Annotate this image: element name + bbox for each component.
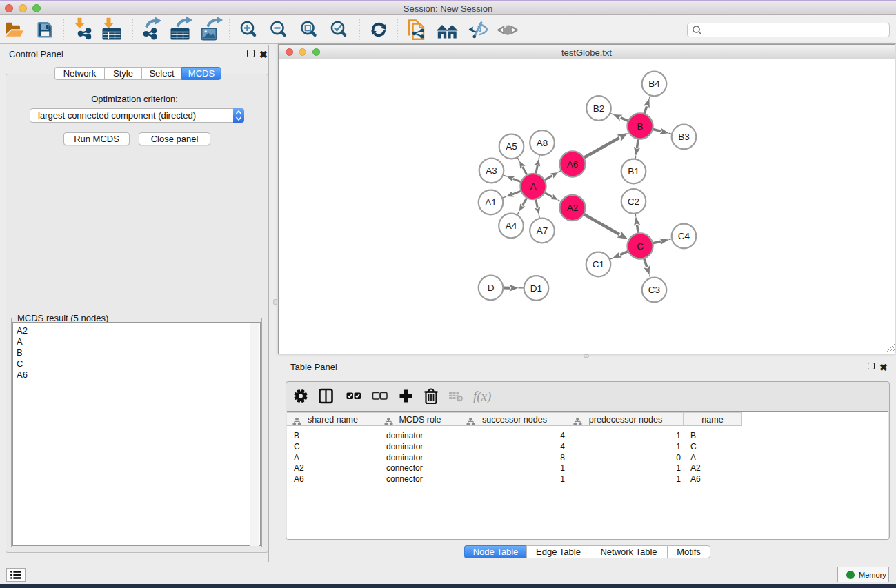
svg-text:A8: A8 <box>536 137 548 148</box>
svg-text:D: D <box>487 283 494 293</box>
svg-text:D1: D1 <box>530 283 541 293</box>
svg-text:B: B <box>637 121 643 131</box>
svg-text:f(x): f(x) <box>473 389 491 404</box>
svg-text:A2: A2 <box>566 203 578 213</box>
svg-text:A4: A4 <box>505 221 517 231</box>
svg-text:B2: B2 <box>593 103 604 113</box>
svg-text:A5: A5 <box>506 141 517 152</box>
svg-text:C: C <box>637 241 644 251</box>
svg-text:A: A <box>530 181 536 192</box>
svg-text:B1: B1 <box>628 166 639 176</box>
svg-text:C2: C2 <box>627 196 639 206</box>
svg-text:B3: B3 <box>678 132 690 142</box>
svg-text:B4: B4 <box>648 79 660 89</box>
svg-text:A7: A7 <box>536 225 548 236</box>
svg-text:A6: A6 <box>566 159 578 169</box>
svg-text:C4: C4 <box>677 231 690 241</box>
svg-text:C3: C3 <box>648 285 659 295</box>
svg-text:A1: A1 <box>485 197 497 207</box>
svg-text:A3: A3 <box>486 165 497 176</box>
svg-text:C1: C1 <box>592 259 604 270</box>
